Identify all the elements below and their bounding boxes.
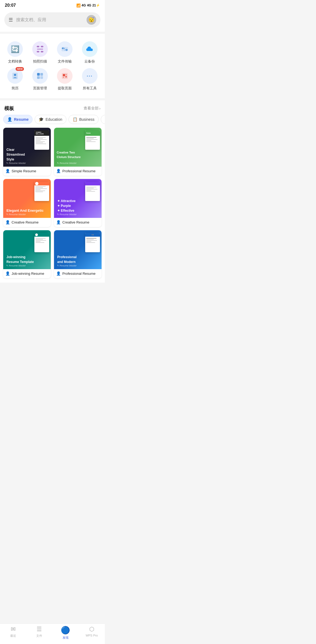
avatar[interactable]: 😴 <box>87 15 96 25</box>
template-thumb-6: Professionaland Modern 👓 ✎ <box>54 230 102 269</box>
tool-icon-page-mgr <box>32 68 48 84</box>
thumb-text-4: ✦ Attractive✦ Purple✦ Effective <box>57 199 76 213</box>
chevron-icon: › <box>99 106 100 111</box>
tool-label-resume: 简历 <box>12 86 19 91</box>
template-user-icon-4: 👤 <box>56 220 61 224</box>
template-card-job-winning[interactable]: Job-winningResume Template <box>3 230 51 278</box>
tool-page-mgr[interactable]: 页面管理 <box>28 66 53 93</box>
status-bar: 20:07 📶 4G 4G 21⚡ <box>0 0 105 10</box>
thumb-text-5: Job-winningResume Template <box>6 255 34 264</box>
new-badge: NEW <box>16 67 24 71</box>
template-user-icon-3: 👤 <box>5 220 10 224</box>
template-section: 模板 查看全部 › 👤 Resume 🎓 Education 📋 Busines… <box>0 100 105 283</box>
cat-tab-letter[interactable]: 📄 Letter <box>101 115 105 124</box>
search-placeholder[interactable]: 搜索文档、应用 <box>16 17 83 23</box>
template-name-6: Professional Resume <box>62 272 96 276</box>
doc-preview-4 <box>85 182 100 201</box>
svg-rect-1 <box>37 51 39 52</box>
template-user-icon-1: 👤 <box>5 169 10 173</box>
master-label-1: ✎ Resume Master <box>6 162 26 164</box>
svg-rect-13 <box>40 76 43 79</box>
tool-label-transfer: 文件传输 <box>58 59 72 64</box>
tool-icon-all-tools: ··· <box>82 68 98 84</box>
tool-icon-extract <box>57 68 73 84</box>
template-card-professional-resume[interactable]: Creative TwoClolum Structure Palette <box>54 128 102 176</box>
doc-preview-6: 👓 <box>85 233 100 252</box>
tool-label-cloud: 云备份 <box>84 59 95 64</box>
tool-extract[interactable]: 提取页面 <box>52 66 77 93</box>
tool-icon-transfer <box>57 41 73 57</box>
thumb-text-6: Professionaland Modern <box>57 255 77 264</box>
doc-preview-3 <box>34 182 49 201</box>
template-card-simple-resume[interactable]: ClearStreamlinedStyle JAMESWILLIAMS <box>3 128 51 176</box>
cat-tab-business[interactable]: 📋 Business <box>69 115 99 124</box>
doc-preview-1: JAMESWILLIAMS <box>34 130 49 150</box>
template-name-row-2: 👤 Professional Resume <box>54 167 102 176</box>
template-name-row-4: 👤 Creative Resume <box>54 218 102 227</box>
svg-rect-16 <box>66 74 67 75</box>
svg-rect-12 <box>37 76 40 79</box>
search-bar[interactable]: ☰ 搜索文档、应用 😴 <box>4 12 100 27</box>
master-label-6: ✎ Resume Master <box>57 264 77 267</box>
template-thumb-1: ClearStreamlinedStyle JAMESWILLIAMS <box>3 128 51 167</box>
template-card-professional-modern[interactable]: Professionaland Modern 👓 ✎ <box>54 230 102 278</box>
tool-scan[interactable]: 拍照扫描 <box>28 39 53 66</box>
template-thumb-4: ✦ Attractive✦ Purple✦ Effective ✎ Resume… <box>54 179 102 218</box>
doc-preview-2: Palette <box>85 130 100 150</box>
education-tab-label: Education <box>45 117 62 122</box>
category-tabs: 👤 Resume 🎓 Education 📋 Business 📄 Letter <box>0 115 105 128</box>
tool-resume[interactable]: NEW 简历 <box>3 66 28 93</box>
tool-icon-resume: NEW <box>7 68 23 84</box>
master-label-2: ✎ Resume Master <box>57 162 77 164</box>
menu-icon[interactable]: ☰ <box>9 17 13 23</box>
tool-label-all-tools: 所有工具 <box>83 86 97 91</box>
svg-rect-0 <box>37 46 39 47</box>
tool-all-tools[interactable]: ··· 所有工具 <box>77 66 102 93</box>
wifi-icon: 📶 <box>76 3 81 8</box>
view-all-label: 查看全部 <box>84 106 99 111</box>
tool-doc-convert[interactable]: 🔄 文档转换 <box>3 39 28 66</box>
education-tab-icon: 🎓 <box>39 117 44 122</box>
tool-cloud[interactable]: 云备份 <box>77 39 102 66</box>
cat-tab-resume[interactable]: 👤 Resume <box>3 115 33 124</box>
template-name-5: Job-winning Resume <box>12 272 44 276</box>
resume-tab-label: Resume <box>14 117 28 122</box>
thumb-text-3: Elegant And Energetic <box>6 208 44 213</box>
tool-icon-scan <box>32 41 48 57</box>
template-name-row-6: 👤 Professional Resume <box>54 269 102 278</box>
template-name-3: Creative Resume <box>12 220 38 224</box>
master-label-3: ✎ Resume Master <box>6 213 26 216</box>
signal-4g-2: 4G <box>87 3 91 7</box>
view-all-button[interactable]: 查看全部 › <box>84 106 100 111</box>
tool-transfer[interactable]: 文件传输 <box>52 39 77 66</box>
template-name-row-5: 👤 Job-winning Resume <box>3 269 51 278</box>
template-name-row-3: 👤 Creative Resume <box>3 218 51 227</box>
template-user-icon-2: 👤 <box>56 169 61 173</box>
tool-label-page-mgr: 页面管理 <box>33 86 47 91</box>
template-name-4: Creative Resume <box>62 220 89 224</box>
svg-rect-3 <box>41 51 43 52</box>
template-card-creative-resume-1[interactable]: Elegant And Energetic <box>3 179 51 227</box>
doc-preview-5 <box>34 233 49 252</box>
tools-grid: 🔄 文档转换 拍照扫描 <box>3 39 102 93</box>
section-header: 模板 查看全部 › <box>0 100 105 115</box>
template-name-1: Simple Resume <box>12 169 36 173</box>
template-card-creative-resume-2[interactable]: ✦ Attractive✦ Purple✦ Effective ✎ Resume… <box>54 179 102 227</box>
tools-section: 🔄 文档转换 拍照扫描 <box>0 34 105 98</box>
tool-icon-doc-convert: 🔄 <box>7 41 23 57</box>
status-icons: 📶 4G 4G 21⚡ <box>76 3 100 8</box>
tool-icon-cloud <box>82 41 98 57</box>
svg-rect-10 <box>37 73 40 76</box>
thumb-text-1: ClearStreamlinedStyle <box>6 147 25 162</box>
tool-label-doc-convert: 文档转换 <box>8 59 22 64</box>
business-tab-icon: 📋 <box>73 117 78 122</box>
status-time: 20:07 <box>5 3 16 8</box>
search-section: ☰ 搜索文档、应用 😴 <box>0 10 105 32</box>
template-name-row-1: 👤 Simple Resume <box>3 167 51 176</box>
master-label-5: ✎ Resume Master <box>6 264 26 267</box>
svg-rect-11 <box>40 73 43 76</box>
template-user-icon-5: 👤 <box>5 271 10 276</box>
resume-tab-icon: 👤 <box>7 117 12 122</box>
tool-label-scan: 拍照扫描 <box>33 59 47 64</box>
cat-tab-education[interactable]: 🎓 Education <box>35 115 66 124</box>
